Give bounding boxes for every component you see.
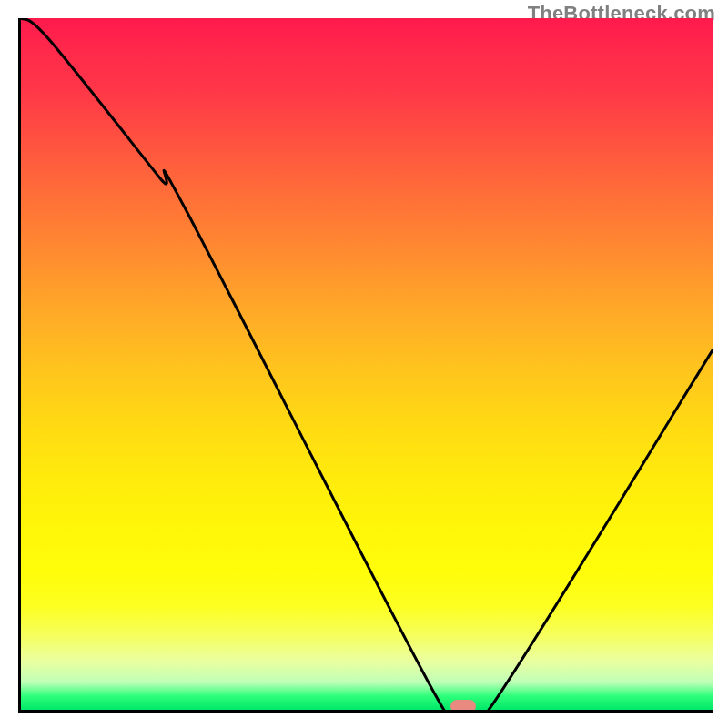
chart-container: TheBottleneck.com [0, 0, 728, 728]
plot-area [18, 18, 713, 713]
curve-path [21, 18, 713, 710]
optimum-marker [450, 700, 476, 713]
line-series [21, 18, 713, 710]
